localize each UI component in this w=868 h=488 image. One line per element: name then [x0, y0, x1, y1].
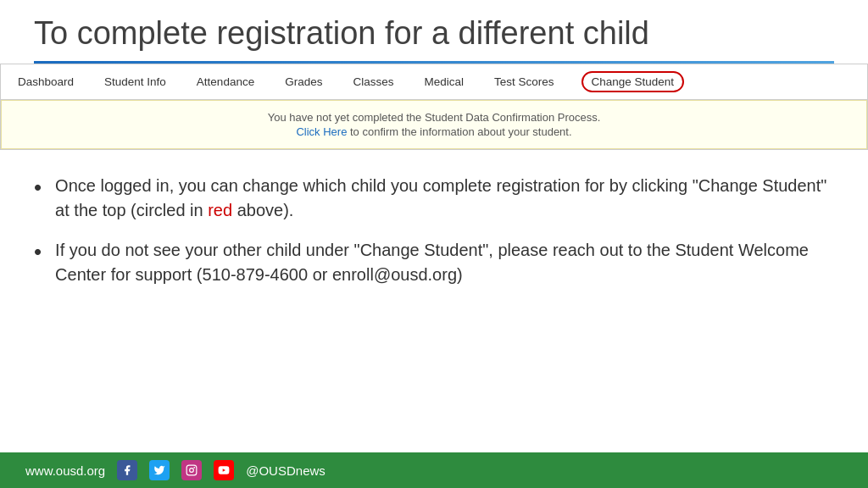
- page-title: To complete registration for a different…: [34, 15, 834, 53]
- svg-rect-0: [186, 465, 197, 475]
- notification-line1: You have not yet completed the Student D…: [19, 111, 849, 124]
- ui-screenshot: Dashboard Student Info Attendance Grades…: [0, 64, 868, 150]
- bullet-dot-2: •: [34, 236, 42, 269]
- footer: www.ousd.org @OUSDnews: [0, 452, 868, 488]
- red-text-1: red: [208, 201, 232, 219]
- nav-item-student-info[interactable]: Student Info: [101, 74, 170, 90]
- nav-item-medical[interactable]: Medical: [420, 74, 467, 90]
- facebook-icon[interactable]: [117, 460, 137, 480]
- click-here-link[interactable]: Click Here: [296, 125, 347, 138]
- twitter-icon[interactable]: [149, 460, 170, 480]
- footer-handle: @OUSDnews: [246, 463, 326, 478]
- main-content: To complete registration for a different…: [0, 0, 868, 64]
- nav-item-change-student[interactable]: Change Student: [581, 71, 685, 92]
- bullet-item-1: • Once logged in, you can change which c…: [34, 174, 834, 223]
- nav-bar: Dashboard Student Info Attendance Grades…: [1, 64, 867, 100]
- bullet-dot-1: •: [34, 172, 42, 204]
- nav-item-attendance[interactable]: Attendance: [193, 74, 258, 90]
- nav-item-test-scores[interactable]: Test Scores: [491, 74, 558, 90]
- nav-item-dashboard[interactable]: Dashboard: [14, 74, 77, 90]
- bullet-item-2: • If you do not see your other child und…: [34, 238, 834, 287]
- svg-point-1: [190, 469, 194, 473]
- notification-line2: Click Here to confirm the information ab…: [19, 125, 849, 138]
- bullet-text-2: If you do not see your other child under…: [55, 238, 834, 287]
- instagram-icon[interactable]: [181, 460, 202, 480]
- notification-banner: You have not yet completed the Student D…: [1, 100, 867, 149]
- bullet-text-1: Once logged in, you can change which chi…: [55, 174, 834, 223]
- youtube-icon[interactable]: [214, 460, 234, 480]
- footer-url: www.ousd.org: [25, 463, 105, 478]
- nav-item-grades[interactable]: Grades: [281, 74, 326, 90]
- notification-line2-text: to confirm the information about your st…: [347, 125, 571, 138]
- svg-point-2: [194, 467, 196, 469]
- nav-item-classes[interactable]: Classes: [349, 74, 397, 90]
- bullets-section: • Once logged in, you can change which c…: [0, 155, 868, 287]
